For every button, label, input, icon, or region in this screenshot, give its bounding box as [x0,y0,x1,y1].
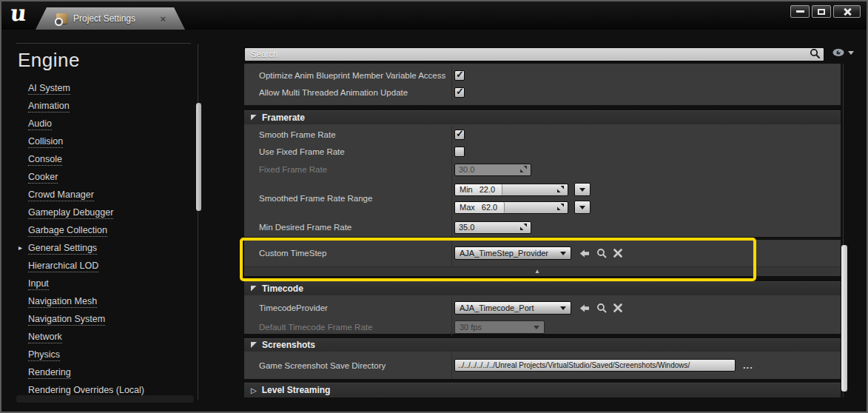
optimize-anim-checkbox[interactable]: ✓ [454,70,465,81]
sidebar-item-garbage-collection[interactable]: Garbage Collection [12,221,204,239]
triangle-expanded-icon [251,342,257,348]
sidebar-item-navigation-system[interactable]: Navigation System [12,310,204,328]
maximize-icon [818,9,825,15]
eye-icon [832,48,845,57]
setting-label: Game Screenshot Save Directory [244,361,451,370]
tab-project-settings[interactable]: Project Settings × [36,7,185,30]
screenshot-directory-input[interactable]: ../../../../../../Unreal Projects/Virtua… [454,359,736,372]
diagonal-arrows-icon [557,203,564,212]
chevron-down-icon [579,206,585,209]
sidebar-item-input[interactable]: Input [12,275,204,292]
settings-content: Optimize Anim Blueprint Member Variable … [244,64,841,397]
setting-label: TimecodeProvider [244,303,451,312]
screenshots-block: Game Screenshot Save Directory ../../../… [244,352,841,379]
check-icon: ✓ [456,128,464,139]
close-button[interactable] [833,5,861,18]
tab-close-icon[interactable]: × [160,14,166,24]
max-label: Max [460,203,475,212]
triangle-up-icon: ▲ [534,268,540,275]
advanced-collapse-toggle[interactable]: ▲ [244,266,841,276]
max-frame-rate-input[interactable]: Max 62.0 [454,201,568,214]
section-header-screenshots[interactable]: Screenshots [244,338,841,352]
assign-asset-arrow-left-icon[interactable] [579,249,590,258]
timecode-provider-dropdown[interactable]: AJA_Timecode_Port [454,301,571,315]
setting-label: Min Desired Frame Rate [244,223,451,232]
diagonal-arrows-icon [520,223,527,232]
sidebar-item-crowd-manager[interactable]: Crowd Manager [12,186,204,204]
multi-threaded-checkbox[interactable]: ✓ [454,87,465,98]
setting-row-multi-threaded: Allow Multi Threaded Animation Update ✓ [244,84,841,101]
custom-timestep-dropdown[interactable]: AJA_TimeStep_Provider [454,246,571,260]
sidebar-item-animation[interactable]: Animation [12,97,204,115]
setting-row-use-fixed-frame-rate: Use Fixed Frame Rate ✓ [244,143,841,160]
sidebar-item-console[interactable]: Console [12,150,204,168]
chevron-down-icon [560,252,566,255]
sidebar-item-general-settings[interactable]: ▸ General Settings [12,239,204,257]
sidebar-item-network[interactable]: Network [12,328,204,346]
min-label: Min [460,185,473,194]
triangle-expanded-icon [251,286,257,292]
max-frame-rate-dropdown-button[interactable] [574,201,591,214]
main-scrollbar-thumb[interactable] [841,244,848,392]
setting-row-custom-timestep: Custom TimeStep AJA_TimeStep_Provider [244,240,841,266]
check-icon: ✓ [456,69,464,80]
setting-label: Allow Multi Threaded Animation Update [244,88,451,97]
find-asset-magnifier-icon[interactable] [596,303,607,313]
setting-label: Smoothed Frame Rate Range [244,194,451,203]
search-icon [810,48,821,62]
section-title: Screenshots [262,340,315,350]
chevron-down-icon [560,306,566,310]
clear-asset-x-icon[interactable] [613,303,622,312]
sidebar-item-ai-system[interactable]: AI System [12,79,204,97]
setting-row-min-desired-frame-rate: Min Desired Frame Rate 35.0 [244,218,841,237]
setting-row-screenshot-directory: Game Screenshot Save Directory ../../../… [244,352,841,379]
setting-row-smoothed-frame-rate-range: Smoothed Frame Rate Range Min 22.0 [244,179,841,218]
sidebar-scrollbar-thumb[interactable] [195,102,202,212]
max-value: 62.0 [482,203,497,212]
maximize-button[interactable] [812,5,831,18]
search-input[interactable] [244,47,824,61]
min-frame-rate-input[interactable]: Min 22.0 [454,184,568,196]
use-fixed-frame-rate-checkbox[interactable]: ✓ [454,147,465,157]
section-header-level-streaming[interactable]: ▷ Level Streaming [244,383,841,397]
chevron-down-icon [579,188,585,192]
sidebar-item-cooker[interactable]: Cooker [12,168,204,186]
diagonal-arrows-icon [557,185,564,194]
setting-row-timecode-provider: TimecodeProvider AJA_Timecode_Port [244,298,841,318]
find-asset-magnifier-icon[interactable] [596,248,607,258]
sidebar-item-physics[interactable]: Physics [12,346,204,363]
setting-label: Fixed Frame Rate [244,165,451,174]
section-header-framerate[interactable]: Framerate [244,110,841,124]
sidebar-item-hierarchical-lod[interactable]: Hierarchical LOD [12,257,204,275]
default-timecode-rate-dropdown: 30 fps [454,320,545,334]
smooth-frame-rate-checkbox[interactable]: ✓ [454,130,465,140]
tab-title: Project Settings [73,13,154,24]
framerate-block: Smooth Frame Rate ✓ Use Fixed Frame Rate… [244,124,841,237]
min-frame-rate-dropdown-button[interactable] [574,183,591,196]
check-icon: ✓ [456,86,464,97]
section-title: Level Streaming [262,385,331,395]
settings-sidebar: Engine AI System Animation Audio Collisi… [12,34,204,404]
minimize-button[interactable] [790,5,810,18]
assign-asset-arrow-left-icon[interactable] [579,303,590,313]
chevron-down-icon [534,326,539,329]
min-desired-frame-rate-input[interactable]: 35.0 [454,221,531,234]
sidebar-item-navigation-mesh[interactable]: Navigation Mesh [12,292,204,310]
setting-row-default-timecode-rate: Default Timecode Frame Rate 30 fps [244,318,841,336]
setting-label: Smooth Frame Rate [244,130,451,139]
setting-row-optimize-anim: Optimize Anim Blueprint Member Variable … [244,67,841,84]
browse-directory-button[interactable]: ... [743,362,753,369]
timecode-block: TimecodeProvider AJA_Timecode_Port [244,295,841,334]
sidebar-item-collision[interactable]: Collision [12,132,204,150]
search-bar [244,47,824,61]
clear-asset-x-icon[interactable] [613,249,622,258]
section-title: Framerate [262,113,305,123]
sidebar-item-gameplay-debugger[interactable]: Gameplay Debugger [12,204,204,221]
sidebar-item-rendering[interactable]: Rendering [12,363,204,381]
fixed-frame-rate-input: 30.0 [454,164,531,176]
sidebar-divider [16,43,191,44]
section-header-timecode[interactable]: Timecode [244,281,841,295]
sidebar-item-audio[interactable]: Audio [12,115,204,132]
view-options-button[interactable] [832,48,854,57]
triangle-expanded-icon [251,115,257,121]
